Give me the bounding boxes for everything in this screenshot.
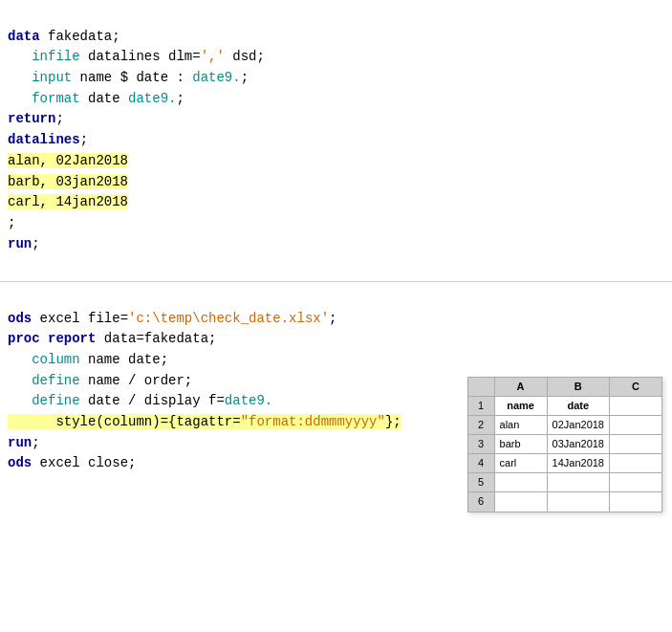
col-header-b: B — [547, 378, 609, 397]
cell-1c — [610, 397, 662, 416]
line-4: format date date9.; — [8, 91, 184, 106]
spreadsheet: A B C 1 name date 2 alan 02Ja — [467, 377, 662, 512]
row-header-6: 6 — [467, 492, 494, 512]
cell-4a: carl — [494, 454, 547, 473]
cell-4c — [610, 454, 662, 473]
cell-4b: 14Jan2018 — [547, 454, 609, 473]
row-header-5: 5 — [467, 473, 494, 492]
cell-2c — [610, 416, 662, 435]
spreadsheet-row-6: 6 — [467, 492, 661, 512]
b2-line-7: run; — [8, 435, 40, 450]
cell-5a — [494, 473, 547, 492]
cell-5c — [610, 473, 662, 492]
line-5: return; — [8, 111, 64, 126]
cell-1a: name — [494, 397, 547, 416]
spreadsheet-row-4: 4 carl 14Jan2018 — [467, 454, 661, 473]
spreadsheet-row-2: 2 alan 02Jan2018 — [467, 416, 661, 435]
cell-3c — [610, 435, 662, 454]
cell-2a: alan — [494, 416, 547, 435]
code-container: data fakedata; infile datalines dlm=',' … — [0, 0, 672, 563]
b2-line-5: define date / display f=date9. — [8, 393, 272, 408]
cell-2b: 02Jan2018 — [547, 416, 609, 435]
cell-5b — [547, 473, 609, 492]
line-1: data fakedata; — [8, 29, 120, 44]
line-2: infile datalines dlm=',' dsd; — [8, 49, 265, 64]
row-header-4: 4 — [467, 454, 494, 473]
code-block-1: data fakedata; infile datalines dlm=',' … — [0, 0, 672, 282]
b2-line-2: proc report data=fakedata; — [8, 331, 216, 346]
row-header-3: 3 — [467, 435, 494, 454]
b2-line-6: style(column)={tagattr="format:ddmmmyyyy… — [8, 414, 401, 429]
cell-1b: date — [547, 397, 609, 416]
cell-3a: barb — [494, 435, 547, 454]
col-header-c: C — [610, 378, 662, 397]
b2-line-4: define name / order; — [8, 373, 192, 388]
cell-6b — [547, 492, 609, 512]
b2-line-1: ods excel file='c:\temp\check_date.xlsx'… — [8, 311, 337, 326]
line-3: input name $ date : date9.; — [8, 70, 249, 85]
col-header-empty — [467, 378, 494, 397]
cell-6c — [610, 492, 662, 512]
spreadsheet-col-header-row: A B C — [467, 378, 661, 397]
line-11: run; — [8, 236, 40, 251]
line-6: datalines; — [8, 132, 88, 147]
b2-line-8: ods excel close; — [8, 455, 136, 470]
col-header-a: A — [494, 378, 547, 397]
spreadsheet-wrapper: A B C 1 name date 2 alan 02Ja — [467, 336, 662, 554]
cell-3b: 03Jan2018 — [547, 435, 609, 454]
line-8: barb, 03jan2018 — [8, 174, 128, 189]
spreadsheet-row-1: 1 name date — [467, 397, 661, 416]
code-block-2: ods excel file='c:\temp\check_date.xlsx'… — [0, 282, 672, 563]
spreadsheet-row-5: 5 — [467, 473, 661, 492]
row-header-1: 1 — [467, 397, 494, 416]
line-9: carl, 14jan2018 — [8, 194, 128, 209]
cell-6a — [494, 492, 547, 512]
row-header-2: 2 — [467, 416, 494, 435]
line-10: ; — [8, 215, 15, 230]
line-7: alan, 02Jan2018 — [8, 153, 128, 168]
spreadsheet-row-3: 3 barb 03Jan2018 — [467, 435, 661, 454]
b2-line-3: column name date; — [8, 352, 168, 367]
